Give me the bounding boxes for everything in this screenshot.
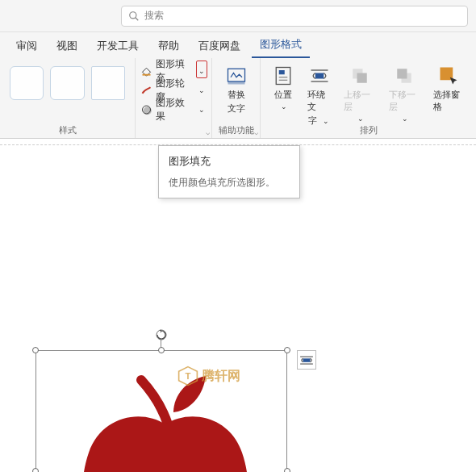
svg-point-4: [144, 107, 152, 115]
layout-options-button[interactable]: [297, 350, 316, 370]
resize-handle[interactable]: [284, 347, 290, 353]
watermark-logo-icon: T: [177, 365, 198, 386]
tooltip-title: 图形填充: [169, 154, 290, 169]
rotate-icon: [155, 328, 168, 341]
svg-rect-6: [228, 81, 244, 85]
resize-handle[interactable]: [284, 468, 290, 472]
style-thumb[interactable]: [10, 66, 44, 100]
resize-handle[interactable]: [32, 468, 39, 472]
shape-effects-button[interactable]: 图形效果 ⌄: [140, 100, 207, 119]
tooltip-body: 使用颜色填充所选图形。: [169, 175, 290, 190]
svg-rect-12: [315, 73, 324, 79]
alt-text-button[interactable]: 替换 文字: [217, 61, 255, 118]
svg-line-1: [136, 17, 139, 20]
chevron-down-icon: ⌄: [279, 102, 289, 111]
position-button[interactable]: 位置 ⌄: [265, 61, 301, 130]
red-highlight: [196, 61, 207, 78]
tooltip: 图形填充 使用颜色填充所选图形。: [158, 145, 300, 198]
group-arrange: 位置 ⌄ 环绕文 字 ⌄ 上移一层 ⌄ 下移一层 ⌄ 选择窗格: [261, 58, 476, 138]
chevron-down-icon: ⌄: [400, 115, 410, 123]
ribbon: 样式 图形填充 ⌄ 图形轮廓 ⌄ 图形效果 ⌄ ⌵ 替换 文字 辅助功能 ⌵: [0, 58, 476, 139]
group-shape-styles: 样式: [0, 58, 136, 138]
effects-icon: [140, 103, 152, 116]
tab-baidu[interactable]: 百度网盘: [190, 34, 248, 58]
wrap-icon: [308, 65, 331, 87]
svg-point-0: [130, 11, 136, 18]
bring-forward-button[interactable]: 上移一层 ⌄: [337, 61, 382, 130]
watermark: T 腾轩网: [177, 365, 240, 386]
chevron-down-icon[interactable]: ⌄: [197, 106, 207, 114]
watermark-text: 腾轩网: [202, 368, 240, 385]
tab-dev[interactable]: 开发工具: [89, 34, 147, 58]
alt-text-icon: [225, 65, 248, 87]
svg-rect-17: [397, 69, 407, 78]
resize-handle[interactable]: [32, 347, 39, 353]
search-placeholder: 搜索: [144, 9, 164, 23]
wrap-text-button[interactable]: 环绕文 字 ⌄: [301, 61, 337, 130]
tab-shape-format[interactable]: 图形格式: [252, 32, 310, 58]
group-label-accessibility: 辅助功能: [212, 124, 260, 136]
group-label-styles: 样式: [0, 124, 135, 136]
dialog-launcher-icon[interactable]: ⌵: [254, 128, 258, 136]
group-accessibility: 替换 文字 辅助功能 ⌵: [212, 58, 261, 138]
bucket-icon: [140, 65, 152, 77]
tab-view[interactable]: 视图: [48, 34, 86, 58]
svg-rect-7: [276, 68, 290, 85]
group-label-arrange: 排列: [261, 124, 476, 136]
tab-review[interactable]: 审阅: [8, 34, 45, 58]
outline-icon: [140, 84, 152, 97]
chevron-down-icon[interactable]: ⌄: [197, 86, 207, 94]
shape-effects-label: 图形效果: [156, 96, 192, 123]
svg-rect-2: [143, 74, 151, 76]
svg-rect-8: [279, 70, 285, 74]
search-box[interactable]: 搜索: [121, 6, 468, 27]
chevron-down-icon: ⌄: [356, 115, 365, 123]
shape-selection-box[interactable]: [35, 350, 287, 472]
tab-help[interactable]: 帮助: [150, 34, 187, 58]
rotate-handle[interactable]: [155, 328, 168, 341]
resize-handle[interactable]: [158, 347, 165, 353]
svg-text:T: T: [186, 371, 191, 381]
title-bar: 搜索: [0, 0, 476, 32]
style-thumb[interactable]: [91, 66, 125, 100]
position-icon: [272, 65, 294, 87]
send-backward-icon: [393, 65, 415, 87]
send-backward-button[interactable]: 下移一层 ⌄: [382, 61, 427, 130]
style-gallery[interactable]: [5, 61, 130, 105]
bring-forward-icon: [349, 65, 371, 87]
svg-rect-5: [228, 69, 244, 81]
selection-pane-icon: [437, 65, 460, 87]
group-fill: 图形填充 ⌄ 图形轮廓 ⌄ 图形效果 ⌄ ⌵: [136, 58, 212, 138]
ribbon-tabs: 审阅 视图 开发工具 帮助 百度网盘 图形格式: [0, 32, 476, 58]
selection-pane-button[interactable]: 选择窗格: [427, 61, 471, 130]
svg-rect-15: [357, 73, 367, 83]
dialog-launcher-icon[interactable]: ⌵: [206, 128, 210, 136]
style-thumb[interactable]: [50, 66, 84, 100]
layout-options-icon: [299, 354, 314, 365]
svg-rect-21: [303, 358, 311, 362]
search-icon: [128, 10, 140, 22]
